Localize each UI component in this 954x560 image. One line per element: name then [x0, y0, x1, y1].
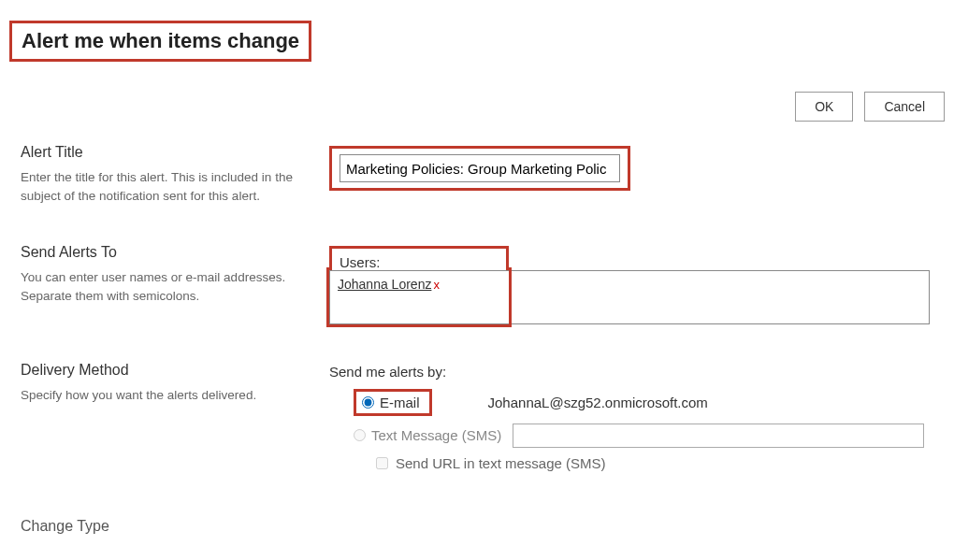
- email-address-value: JohannaL@szg52.onmicrosoft.com: [488, 395, 708, 410]
- alert-title-description: Enter the title for this alert. This is …: [21, 168, 301, 207]
- user-chip-name: Johanna Lorenz: [338, 277, 431, 292]
- email-radio-label: E-mail: [380, 395, 420, 410]
- sms-number-input[interactable]: [513, 424, 924, 448]
- email-radio-highlight: E-mail: [354, 389, 432, 416]
- send-url-checkbox-label: Send URL in text message (SMS): [396, 455, 606, 471]
- send-alerts-to-description: You can enter user names or e-mail addre…: [21, 268, 301, 307]
- cancel-button[interactable]: Cancel: [864, 92, 945, 122]
- sms-radio[interactable]: [354, 429, 366, 441]
- change-type-section: Change Type: [21, 518, 945, 542]
- change-type-heading: Change Type: [21, 518, 329, 535]
- send-me-alerts-by-label: Send me alerts by:: [329, 364, 945, 380]
- email-radio[interactable]: [362, 396, 374, 409]
- page-title: Alert me when items change: [9, 21, 311, 62]
- top-button-row: OK Cancel: [795, 92, 945, 122]
- send-alerts-to-heading: Send Alerts To: [21, 244, 329, 261]
- ok-button[interactable]: OK: [795, 92, 853, 122]
- users-label: Users:: [340, 254, 380, 270]
- alert-title-input[interactable]: [340, 154, 620, 182]
- alert-title-highlight: [329, 146, 630, 191]
- remove-user-icon[interactable]: x: [433, 278, 440, 292]
- alert-title-heading: Alert Title: [21, 144, 329, 161]
- delivery-method-description: Specify how you want the alerts delivere…: [21, 386, 301, 405]
- delivery-method-heading: Delivery Method: [21, 362, 329, 379]
- delivery-method-section: Delivery Method Specify how you want the…: [21, 362, 945, 471]
- send-alerts-to-section: Send Alerts To You can enter user names …: [21, 244, 945, 324]
- alert-title-section: Alert Title Enter the title for this ale…: [21, 144, 945, 207]
- users-people-picker[interactable]: Johanna Lorenzx: [329, 270, 930, 324]
- sms-radio-label: Text Message (SMS): [371, 427, 501, 443]
- send-url-checkbox[interactable]: [376, 457, 388, 469]
